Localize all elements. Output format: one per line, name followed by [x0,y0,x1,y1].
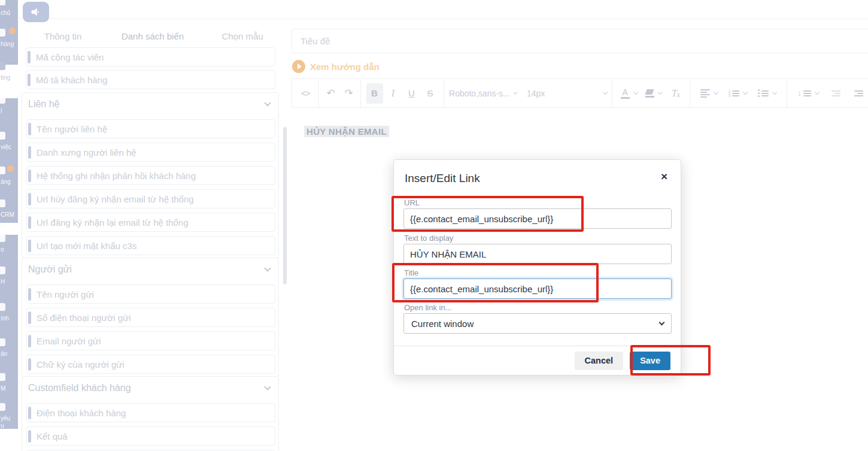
drag-handle [28,311,31,324]
variable-item[interactable]: Tên người liên hệ [26,119,275,138]
drag-handle [28,216,31,229]
text-to-display-label: Text to display [404,234,453,243]
dialog-footer: Cancel Save [394,346,681,375]
variable-item[interactable]: Url đăng ký nhận lại email từ hệ thống [26,213,275,232]
sidebar-item-email[interactable]: l [1,108,18,114]
cancel-button[interactable]: Cancel [575,352,624,370]
source-code-icon[interactable]: <> [297,83,314,104]
bullet-list-select[interactable] [755,83,779,104]
main-sidebar: chủ hàng ting l việc àng CRM o H ính áo … [0,0,18,451]
underline-icon[interactable]: U [403,83,420,104]
sidebar-item-home[interactable]: chủ [1,10,18,16]
variable-item[interactable]: Điện thoại khách hàng [26,403,275,422]
sidebar-item-sales[interactable]: àng [1,178,18,185]
highlight-color-icon[interactable] [643,83,664,104]
sidebar-item-support[interactable]: H [1,279,18,285]
drag-handle [28,430,31,443]
marketing-icon [0,62,5,70]
email-icon [0,96,5,104]
panel-tabs: Thông tin Danh sách biến Chọn mẫu [18,19,287,50]
undo-icon[interactable]: ↶ [323,83,339,104]
chevron-down-icon [514,90,518,95]
variable-item[interactable]: Url hủy đăng ký nhận email từ hệ thống [26,189,275,208]
variable-label: Chữ ký của người gửi [37,355,125,374]
variable-item[interactable]: Kết quả [26,426,275,446]
reports-icon [0,338,5,346]
clear-formatting-icon[interactable]: Tx [667,83,684,104]
app-logo[interactable] [23,2,49,22]
align-select[interactable] [698,83,720,104]
variable-item[interactable]: Mô tả khách hàng [26,70,275,89]
chevron-down-icon [713,90,718,95]
drag-handle [28,240,31,252]
variable-label: Danh xưng người liên hệ [37,143,136,162]
chevron-down-icon [264,265,271,271]
variable-label: Url tạo mới mật khẩu c3s [37,237,136,255]
chevron-down-icon [264,99,271,106]
save-button[interactable]: Save [630,352,670,370]
indent-icon[interactable] [850,83,867,104]
sidebar-item-crm[interactable]: CRM [1,211,18,218]
sidebar-item-request[interactable]: yêu [1,415,18,422]
italic-icon[interactable]: I [385,83,402,104]
sidebar-item-reports[interactable]: áo [1,350,18,357]
sidebar-item-marketing[interactable]: ting [1,74,18,81]
play-circle-icon [292,60,305,73]
chevron-down-icon [633,90,638,95]
text-to-display-input[interactable] [403,244,672,264]
variable-label: Mô tả khách hàng [36,71,107,89]
sidebar-item-warehouse[interactable]: o [1,246,18,253]
chevron-down-icon [657,90,662,95]
variable-item[interactable]: Số điện thoại người gửi [26,308,275,327]
variable-label: Tên người liên hệ [37,120,107,138]
line-height-select[interactable]: ↕ [796,83,822,104]
sidebar-item-finance[interactable]: ính [1,315,18,322]
outdent-icon[interactable] [827,83,844,104]
drag-handle [28,123,31,135]
sales-icon [0,167,5,174]
variable-item[interactable]: Danh xưng người liên hệ [26,143,275,162]
bold-icon[interactable]: B [366,83,383,104]
sidebar-item-request-line2[interactable]: u [1,422,18,429]
chevron-down-icon [264,383,271,390]
guide-link[interactable]: Xem hướng dẫn [292,60,380,73]
open-link-in-label: Open link in... [404,303,452,312]
open-link-in-select[interactable]: Current window [403,313,672,334]
tab-thong-tin[interactable]: Thông tin [18,19,108,50]
drag-handle [28,146,31,159]
font-family-select[interactable]: Roboto,sans-s... [444,83,522,104]
variable-item[interactable]: Tên người gửi [26,284,275,304]
sidebar-item-customers[interactable]: hàng [1,41,18,47]
support-icon [0,267,5,274]
editor-toolbar: <> ↶ ↷ B I U S Roboto,sans-s... 14px [292,78,868,108]
drag-handle [28,169,31,182]
chevron-down-icon [659,319,665,325]
subject-input[interactable] [292,29,868,53]
section-title: Customfield khách hàng [28,383,131,394]
close-icon[interactable]: × [661,171,667,182]
section-header[interactable]: Liên hệ [22,93,278,117]
text-color-icon[interactable]: A [618,83,640,104]
font-size-select[interactable]: 14px [522,83,612,104]
title-input[interactable] [403,279,672,299]
home-icon [0,0,5,5]
variable-item[interactable]: Mã cộng tác viên [26,47,275,66]
tab-danh-sach-bien[interactable]: Danh sách biến [108,19,198,50]
variable-item[interactable]: Chữ ký của người gửi [26,355,275,374]
selected-link-text[interactable]: HỦY NHẬN EMAIL [304,126,389,137]
redo-icon[interactable]: ↷ [341,83,357,104]
variable-item[interactable]: Hệ thống ghi nhận phản hồi khách hàng [26,166,275,185]
chevron-down-icon [815,90,820,95]
variable-item[interactable]: Url tạo mới mật khẩu c3s [26,236,275,255]
strikethrough-icon[interactable]: S [422,83,439,104]
chevron-down-icon [772,90,777,95]
panel-scrollbar[interactable] [283,127,287,284]
sidebar-item-hrm[interactable]: M [1,385,18,392]
sidebar-item-tasks[interactable]: việc [1,144,18,150]
url-input[interactable] [403,208,672,229]
section-header[interactable]: Người gửi [22,258,278,282]
tab-chon-mau[interactable]: Chọn mẫu [198,19,287,50]
variable-item[interactable]: Email người gửi [26,331,275,350]
numbered-list-select[interactable]: 123 [726,83,749,104]
section-header[interactable]: Customfield khách hàng [22,377,278,401]
